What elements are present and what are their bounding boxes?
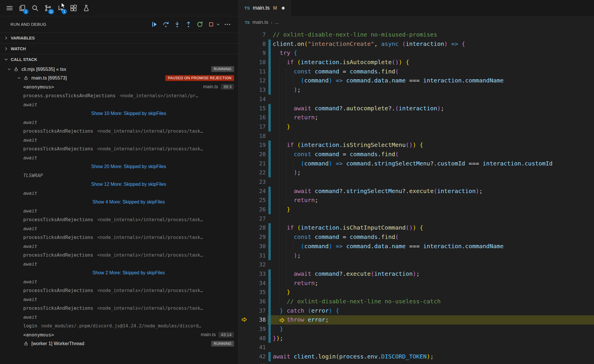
code-text[interactable]: return;: [272, 113, 594, 122]
breakpoint-gutter[interactable]: [238, 168, 251, 177]
extensions-button[interactable]: [67, 2, 80, 15]
line-number[interactable]: 35: [251, 288, 268, 297]
line-number[interactable]: 43: [251, 361, 268, 364]
breakpoint-gutter[interactable]: [238, 260, 251, 269]
callstack-show-more-link[interactable]: Show 20 More: Skipped by skipFiles: [0, 162, 238, 171]
code-text[interactable]: }: [272, 205, 594, 214]
code-line[interactable]: 39 }: [238, 325, 594, 334]
line-number[interactable]: 33: [251, 269, 268, 279]
section-call-stack[interactable]: CALL STACK: [0, 54, 238, 65]
restart-button[interactable]: [195, 20, 204, 29]
line-number[interactable]: 39: [251, 325, 268, 334]
code-line[interactable]: 28 if (interaction.isChatInputCommand())…: [238, 223, 594, 233]
callstack-frame[interactable]: processTicksAndRejections<node_internals…: [0, 233, 238, 242]
line-number[interactable]: 12: [251, 76, 268, 85]
line-number[interactable]: 27: [251, 214, 268, 224]
code-line[interactable]: 22 );: [238, 168, 594, 177]
search-button[interactable]: [29, 2, 41, 15]
line-number[interactable]: 13: [251, 85, 268, 95]
callstack-frame[interactable]: processTicksAndRejections<node_internals…: [0, 286, 238, 295]
breakpoint-gutter[interactable]: [238, 122, 251, 131]
breakpoint-gutter[interactable]: [238, 48, 251, 58]
code-line[interactable]: 15 await command?.autocomplete?.(interac…: [238, 104, 594, 113]
code-text[interactable]: [272, 214, 594, 224]
callstack-frame[interactable]: processTicksAndRejections<node_internals…: [0, 251, 238, 260]
code-text[interactable]: try {: [272, 48, 594, 58]
line-number[interactable]: 17: [251, 122, 268, 131]
menu-button[interactable]: [3, 2, 16, 15]
breakpoint-gutter[interactable]: [238, 159, 251, 168]
code-line[interactable]: 23: [238, 177, 594, 187]
code-text[interactable]: [272, 260, 594, 269]
breakpoint-gutter[interactable]: [238, 76, 251, 85]
callstack-frame[interactable]: <anonymous>main.ts43:14: [0, 330, 238, 339]
callstack-frame[interactable]: process.processTicksAndRejections<node_i…: [0, 91, 238, 100]
code-line[interactable]: 41: [238, 343, 594, 352]
code-text[interactable]: [272, 343, 594, 352]
code-text[interactable]: await command?.stringSelectMenu?.execute…: [272, 187, 594, 196]
breakpoint-gutter[interactable]: [238, 315, 251, 325]
line-number[interactable]: 18: [251, 131, 268, 141]
line-number[interactable]: 24: [251, 187, 268, 196]
chevron-down-icon[interactable]: [7, 67, 13, 71]
breakpoint-gutter[interactable]: [238, 352, 251, 361]
line-number[interactable]: 31: [251, 251, 268, 260]
breakpoint-gutter[interactable]: [238, 214, 251, 224]
code-line[interactable]: 16 return;: [238, 113, 594, 122]
breakpoint-gutter[interactable]: [238, 177, 251, 187]
code-line[interactable]: 11 const command = commands.find(: [238, 67, 594, 76]
line-number[interactable]: 34: [251, 279, 268, 288]
code-text[interactable]: [272, 131, 594, 141]
code-line[interactable]: 19 if (interaction.isStringSelectMenu())…: [238, 140, 594, 150]
line-number[interactable]: 42: [251, 352, 268, 361]
code-text[interactable]: if (interaction.isAutocomplete()) {: [272, 58, 594, 67]
line-number[interactable]: 25: [251, 196, 268, 205]
breakpoint-gutter[interactable]: [238, 297, 251, 306]
code-text[interactable]: const command = commands.find(: [272, 67, 594, 76]
code-text[interactable]: return;: [272, 279, 594, 288]
code-text[interactable]: // oxlint-disable-next-line no-useless-c…: [272, 297, 594, 306]
breakpoint-gutter[interactable]: [238, 288, 251, 297]
tab-main-ts[interactable]: TS main.ts M: [238, 0, 291, 16]
code-text[interactable]: } catch (error) {: [272, 306, 594, 316]
code-line[interactable]: 36 // oxlint-disable-next-line no-useles…: [238, 297, 594, 306]
callstack-show-more-link[interactable]: Show 12 More: Skipped by skipFiles: [0, 180, 238, 189]
callstack-frame[interactable]: <anonymous>main.ts39:3: [0, 82, 238, 91]
code-line[interactable]: 14: [238, 95, 594, 104]
continue-button[interactable]: [150, 20, 159, 29]
line-number[interactable]: 32: [251, 260, 268, 269]
line-number[interactable]: 41: [251, 343, 268, 352]
code-line[interactable]: 30 (command) => command.data.name === in…: [238, 242, 594, 251]
code-line[interactable]: 40});: [238, 334, 594, 343]
run-and-debug-button[interactable]: 1: [55, 2, 67, 15]
callstack-frame[interactable]: processTicksAndRejections<node_internals…: [0, 145, 238, 154]
line-number[interactable]: 23: [251, 177, 268, 187]
code-line[interactable]: 27: [238, 214, 594, 224]
code-line[interactable]: 17 }: [238, 122, 594, 131]
code-line[interactable]: 34 return;: [238, 279, 594, 288]
code-line[interactable]: 38 throw error;: [238, 315, 594, 325]
code-line[interactable]: 42await client.login(process.env.DISCORD…: [238, 352, 594, 361]
line-number[interactable]: 10: [251, 58, 268, 67]
line-number[interactable]: 36: [251, 297, 268, 306]
code-line[interactable]: 18: [238, 131, 594, 141]
code-line[interactable]: 31 );: [238, 251, 594, 260]
code-text[interactable]: }: [272, 288, 594, 297]
breakpoint-gutter[interactable]: [238, 279, 251, 288]
code-text[interactable]: );: [272, 85, 594, 95]
step-over-button[interactable]: [161, 20, 170, 29]
code-line[interactable]: 8client.on("interactionCreate", async (i…: [238, 39, 594, 49]
code-text[interactable]: await command?.execute(interaction);: [272, 269, 594, 279]
breakpoint-gutter[interactable]: [238, 187, 251, 196]
code-line[interactable]: 33 await command?.execute(interaction);: [238, 269, 594, 279]
breakpoint-gutter[interactable]: [238, 343, 251, 352]
code-text[interactable]: (command) => command.data.name === inter…: [272, 242, 594, 251]
explorer-button[interactable]: 1: [16, 2, 28, 15]
callstack-session[interactable]: [worker 1] WorkerThreadRUNNING: [0, 339, 238, 348]
code-text[interactable]: (command) => command.stringSelectMenu?.c…: [272, 159, 594, 168]
breakpoint-gutter[interactable]: [238, 113, 251, 122]
line-number[interactable]: 9: [251, 48, 268, 58]
section-variables[interactable]: VARIABLES: [0, 33, 238, 43]
unsaved-dot-icon[interactable]: [282, 7, 285, 10]
code-text[interactable]: await command?.autocomplete?.(interactio…: [272, 104, 594, 113]
